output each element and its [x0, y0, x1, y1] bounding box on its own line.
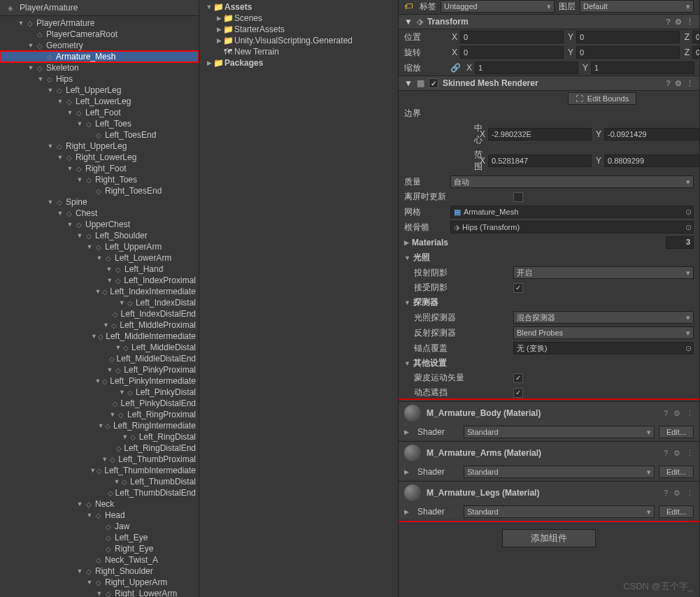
hierarchy-item[interactable]: ◇Left_ToesEnd — [0, 129, 199, 141]
preset-icon[interactable]: ⚙ — [673, 409, 680, 418]
foldout-icon[interactable] — [91, 333, 97, 340]
hierarchy-item[interactable]: ◇PlayerArmature — [0, 17, 199, 29]
center-x-input[interactable] — [488, 128, 592, 141]
foldout-icon[interactable] — [76, 568, 84, 575]
foldout-icon[interactable] — [56, 98, 64, 105]
edit-button[interactable]: Edit... — [659, 505, 694, 518]
hierarchy-tree[interactable]: ◇PlayerArmature◇PlayerCameraRoot◇Geometr… — [0, 16, 199, 597]
hierarchy-item[interactable]: ◇Left_PinkyIntermediate — [0, 375, 199, 387]
hierarchy-item[interactable]: ◇Right_Foot — [0, 163, 199, 174]
foldout-icon[interactable] — [85, 579, 94, 586]
foldout-icon[interactable] — [76, 176, 84, 183]
project-item[interactable]: 📁Scenes — [199, 13, 398, 24]
foldout-icon[interactable] — [106, 366, 113, 373]
picker-icon[interactable]: ⊙ — [685, 223, 692, 232]
hierarchy-item[interactable]: ◇Right_Toes — [0, 174, 199, 185]
preset-icon[interactable]: ⚙ — [675, 17, 682, 27]
light-probe-dropdown[interactable]: 混合探测器 — [513, 311, 694, 324]
cast-shadows-dropdown[interactable]: 开启 — [513, 266, 694, 279]
hierarchy-item[interactable]: ◇Skeleton — [0, 62, 199, 73]
pos-z-input[interactable] — [692, 31, 700, 43]
hierarchy-item[interactable]: ◇Neck_Twist_A — [0, 554, 199, 566]
hierarchy-item[interactable]: ◇Right_UpperArm — [0, 577, 199, 588]
hierarchy-item[interactable]: ◇Left_PinkyDistal — [0, 387, 199, 398]
hierarchy-item[interactable]: ◇Left_PinkyDistalEnd — [0, 398, 199, 409]
help-icon[interactable]: ? — [664, 409, 668, 417]
foldout-icon[interactable] — [76, 232, 84, 239]
pos-x-input[interactable] — [460, 31, 564, 43]
anchor-field[interactable]: 无 (变换)⊙ — [513, 342, 694, 354]
hierarchy-item[interactable]: ◇Geometry — [0, 40, 199, 51]
foldout-icon[interactable] — [27, 42, 35, 49]
hierarchy-item[interactable]: ◇Head — [0, 510, 199, 521]
other-section[interactable]: ▼ 其他设置 — [399, 356, 699, 371]
foldout-icon[interactable] — [205, 59, 213, 66]
foldout-icon[interactable] — [205, 3, 213, 10]
quality-dropdown[interactable]: 自动 — [450, 175, 694, 188]
materials-section[interactable]: ▶ Materials 3 — [399, 235, 699, 250]
offscreen-checkbox[interactable] — [513, 192, 523, 202]
edit-button[interactable]: Edit... — [659, 426, 694, 438]
menu-icon[interactable]: ⋮ — [686, 79, 694, 88]
hierarchy-item[interactable]: ◇Left_ThumbDistal — [0, 476, 199, 487]
hierarchy-item[interactable]: ◇Left_RingDistalEnd — [0, 443, 199, 454]
foldout-icon[interactable] — [46, 199, 55, 206]
add-component-button[interactable]: 添加组件 — [502, 529, 596, 547]
hierarchy-item[interactable]: ◇Chest — [0, 208, 199, 219]
foldout-icon[interactable]: ▶ — [404, 429, 409, 436]
shader-dropdown[interactable]: Standard — [464, 426, 655, 438]
foldout-icon[interactable]: ▼ — [404, 17, 413, 27]
rot-x-input[interactable] — [460, 46, 564, 59]
smr-enable-checkbox[interactable] — [429, 78, 438, 88]
hierarchy-item[interactable]: ◇Left_IndexIntermediate — [0, 286, 199, 297]
menu-icon[interactable]: ⋮ — [686, 17, 694, 27]
hierarchy-item[interactable]: ◇Left_LowerArm — [0, 252, 199, 264]
hierarchy-item[interactable]: ◇Right_ToesEnd — [0, 185, 199, 196]
material-header[interactable]: M_Armature_Arms (Material) ? ⚙ ⋮ — [399, 442, 699, 464]
help-icon[interactable]: ? — [664, 449, 668, 457]
menu-icon[interactable]: ⋮ — [686, 409, 694, 418]
occlusion-checkbox[interactable] — [513, 388, 523, 398]
hierarchy-item[interactable]: ◇Left_RingProximal — [0, 409, 199, 420]
hierarchy-item[interactable]: ◇Left_IndexProximal — [0, 275, 199, 286]
extents-y-input[interactable] — [604, 154, 700, 167]
preset-icon[interactable]: ⚙ — [675, 79, 682, 88]
project-item[interactable]: 📁StarterAssets — [199, 24, 398, 35]
foldout-icon[interactable] — [113, 478, 120, 485]
hierarchy-item[interactable]: ◇Left_MiddleIntermediate — [0, 331, 199, 342]
hierarchy-item[interactable]: ◇Left_UpperArm — [0, 241, 199, 252]
foldout-icon[interactable] — [95, 254, 103, 261]
hierarchy-item[interactable]: ◇Left_MiddleDistal — [0, 342, 199, 353]
hierarchy-item[interactable]: ◇Left_PinkyProximal — [0, 364, 199, 375]
foldout-icon[interactable] — [215, 15, 223, 22]
foldout-icon[interactable] — [215, 37, 223, 44]
foldout-icon[interactable] — [66, 221, 74, 228]
hierarchy-item[interactable]: ◇Left_MiddleProximal — [0, 319, 199, 331]
foldout-icon[interactable] — [66, 165, 74, 172]
foldout-icon[interactable]: ▶ — [404, 468, 409, 475]
hierarchy-item[interactable]: ◇Left_UpperLeg — [0, 85, 199, 96]
foldout-icon[interactable] — [85, 512, 94, 519]
menu-icon[interactable]: ⋮ — [686, 489, 694, 498]
hierarchy-item[interactable]: ◇Left_IndexDistalEnd — [0, 308, 199, 319]
help-icon[interactable]: ? — [664, 489, 668, 497]
foldout-icon[interactable] — [36, 75, 45, 82]
help-icon[interactable]: ? — [666, 79, 671, 87]
edit-button[interactable]: Edit... — [659, 466, 694, 478]
foldout-icon[interactable] — [118, 299, 126, 306]
mesh-field[interactable]: ▦Armature_Mesh⊙ — [450, 206, 694, 218]
foldout-icon[interactable] — [56, 154, 64, 161]
hierarchy-item[interactable]: ◇PlayerCameraRoot — [0, 29, 199, 40]
scale-x-input[interactable] — [475, 62, 578, 74]
material-header[interactable]: M_Armature_Body (Material) ? ⚙ ⋮ — [399, 402, 699, 424]
foldout-icon[interactable] — [90, 467, 96, 474]
foldout-icon[interactable] — [118, 389, 126, 396]
foldout-icon[interactable] — [66, 109, 74, 116]
hierarchy-item[interactable]: ◇Right_LowerArm — [0, 588, 199, 597]
foldout-icon[interactable] — [27, 64, 35, 71]
preset-icon[interactable]: ⚙ — [673, 489, 680, 498]
foldout-icon[interactable] — [56, 210, 64, 217]
hierarchy-item[interactable]: ◇Armature_Mesh — [0, 51, 199, 62]
hierarchy-item[interactable]: ◇Left_MiddleDistalEnd — [0, 353, 199, 364]
foldout-icon[interactable] — [76, 120, 84, 127]
